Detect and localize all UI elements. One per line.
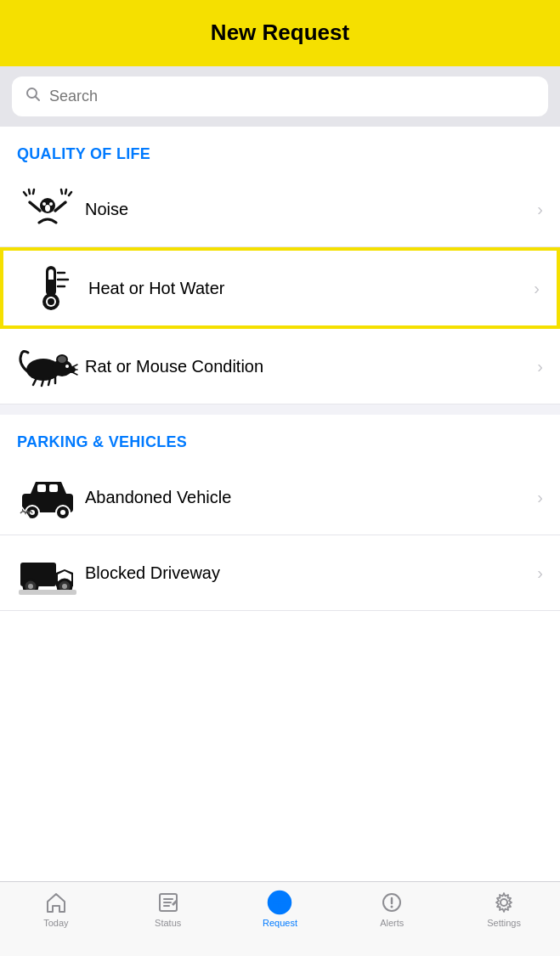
- search-container: [0, 66, 560, 127]
- list-item-rat-mouse[interactable]: Rat or Mouse Condition ›: [0, 329, 560, 404]
- tab-request[interactable]: Request: [224, 891, 337, 928]
- rat-icon: [17, 341, 78, 392]
- section-header-parking-vehicles: PARKING & VEHICLES: [0, 415, 560, 460]
- thermometer-icon: [20, 263, 82, 314]
- list-item-blocked-driveway[interactable]: Blocked Driveway ›: [0, 535, 560, 611]
- noise-icon: [17, 184, 78, 235]
- tab-settings-label: Settings: [487, 918, 521, 928]
- header: New Request: [0, 0, 560, 66]
- home-icon: [44, 891, 68, 914]
- noise-chevron: ›: [537, 200, 543, 219]
- svg-point-25: [58, 356, 66, 363]
- content-area: QUALITY OF LIFE: [0, 127, 560, 881]
- heat-hot-water-chevron: ›: [534, 279, 540, 298]
- list-item-heat-hot-water[interactable]: Heat or Hot Water ›: [0, 247, 560, 329]
- svg-point-43: [28, 584, 33, 589]
- abandoned-vehicle-chevron: ›: [537, 488, 543, 507]
- svg-point-26: [65, 365, 69, 368]
- search-input[interactable]: [49, 88, 535, 105]
- search-icon: [25, 87, 41, 106]
- svg-line-8: [61, 190, 62, 194]
- section-spacer: [0, 404, 560, 415]
- svg-point-10: [42, 202, 46, 206]
- svg-rect-18: [48, 280, 54, 290]
- list-item-noise[interactable]: Noise ›: [0, 172, 560, 247]
- abandoned-vehicle-label: Abandoned Vehicle: [78, 488, 537, 507]
- tab-status[interactable]: Status: [112, 891, 224, 928]
- svg-rect-46: [19, 590, 76, 595]
- tab-today-label: Today: [43, 918, 68, 928]
- svg-rect-35: [37, 484, 46, 492]
- settings-icon: [492, 891, 516, 914]
- section-header-quality-of-life: QUALITY OF LIFE: [0, 127, 560, 172]
- status-icon: [156, 891, 180, 914]
- svg-point-11: [49, 202, 53, 206]
- blocked-driveway-label: Blocked Driveway: [78, 563, 537, 583]
- tab-settings[interactable]: Settings: [448, 891, 560, 928]
- tab-request-label: Request: [263, 918, 297, 928]
- page-title: New Request: [211, 20, 349, 46]
- truck-icon: [17, 547, 78, 598]
- svg-line-3: [24, 192, 26, 195]
- svg-point-45: [62, 584, 67, 589]
- svg-point-57: [501, 899, 507, 906]
- request-icon: [268, 891, 291, 914]
- svg-rect-36: [49, 484, 58, 492]
- svg-point-9: [45, 205, 50, 212]
- svg-line-7: [65, 190, 66, 194]
- list-item-abandoned-vehicle[interactable]: Abandoned Vehicle ›: [0, 460, 560, 535]
- svg-point-20: [48, 298, 54, 305]
- svg-line-5: [33, 190, 34, 194]
- noise-label: Noise: [78, 200, 537, 219]
- svg-line-6: [69, 192, 71, 195]
- rat-mouse-chevron: ›: [537, 357, 543, 376]
- svg-line-4: [29, 190, 30, 194]
- search-bar[interactable]: [12, 76, 548, 116]
- tab-today[interactable]: Today: [0, 891, 112, 928]
- tab-bar: Today Status Request: [0, 881, 560, 956]
- rat-mouse-label: Rat or Mouse Condition: [78, 357, 537, 376]
- car-icon: [17, 472, 78, 523]
- heat-hot-water-label: Heat or Hot Water: [82, 279, 534, 298]
- svg-point-40: [60, 510, 65, 515]
- svg-line-28: [42, 380, 43, 386]
- svg-point-56: [391, 906, 393, 908]
- tab-alerts-label: Alerts: [380, 918, 404, 928]
- svg-line-1: [36, 97, 40, 101]
- tab-status-label: Status: [155, 918, 181, 928]
- alerts-icon: [380, 891, 404, 914]
- tab-alerts[interactable]: Alerts: [336, 891, 448, 928]
- blocked-driveway-chevron: ›: [537, 563, 543, 583]
